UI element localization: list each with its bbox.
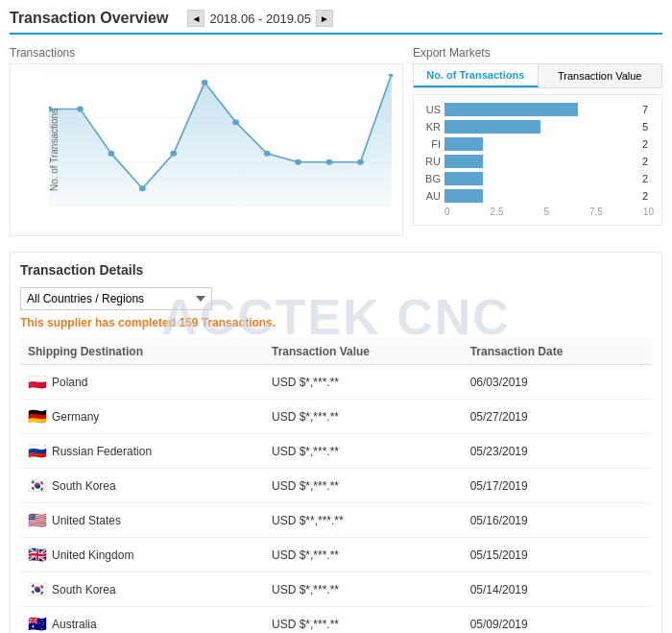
date-range: 2018.06 - 2019.05 (209, 12, 311, 26)
table-row: 🇰🇷 South Korea USD $*,***.** 05/17/2019 (20, 469, 652, 503)
country-filter-select[interactable]: All Countries / Regions (20, 287, 212, 310)
svg-point-14 (202, 80, 208, 85)
date-nav: ◄ 2018.06 - 2019.05 ► (187, 10, 333, 27)
x-tick-10: 10 (643, 207, 654, 217)
bar-chart-container: US 7 KR 5 FI (413, 94, 662, 226)
page-wrapper: Transaction Overview ◄ 2018.06 - 2019.05… (0, 0, 672, 633)
tab-no-transactions[interactable]: No. of Transactions (414, 64, 539, 87)
bar-fill-fi (444, 137, 483, 151)
cell-value-0: USD $*,***.** (264, 365, 463, 400)
table-row: 🇷🇺 Russian Federation USD $*,***.** 05/2… (20, 434, 652, 469)
bar-value-bg: 2 (642, 173, 654, 184)
svg-point-20 (389, 74, 393, 77)
bar-row-bg: BG 2 (421, 172, 654, 185)
cell-value-5: USD $*,***.** (264, 538, 463, 572)
bar-value-kr: 5 (642, 121, 654, 133)
flag-icon-5: 🇬🇧 (28, 546, 47, 564)
filter-row: All Countries / Regions (20, 287, 652, 310)
svg-point-11 (108, 151, 115, 157)
details-section: Transaction Details All Countries / Regi… (10, 252, 662, 633)
table-header-row: Shipping Destination Transaction Value T… (20, 339, 652, 365)
bar-fill-bg (444, 172, 483, 185)
prev-date-button[interactable]: ◄ (187, 10, 204, 27)
bar-track-fi (444, 137, 636, 151)
bar-track-bg (444, 172, 636, 185)
col-destination: Shipping Destination (20, 339, 264, 365)
bar-track-ru (444, 155, 636, 168)
next-date-button[interactable]: ► (316, 10, 333, 27)
bar-value-us: 7 (642, 104, 654, 115)
cell-date-2: 05/23/2019 (463, 434, 652, 469)
svg-point-10 (77, 107, 84, 112)
cell-country-4: 🇺🇸 United States (20, 503, 264, 538)
bar-row-us: US 7 (421, 103, 654, 116)
table-row: 🇵🇱 Poland USD $*,***.** 06/03/2019 (20, 365, 652, 400)
svg-point-15 (232, 119, 239, 125)
svg-point-18 (326, 159, 333, 165)
charts-row: Transactions No. of Transactions 7.5 5 2… (10, 46, 662, 236)
bar-row-au: AU 2 (421, 189, 654, 203)
svg-point-12 (139, 185, 146, 191)
table-header: Shipping Destination Transaction Value T… (20, 339, 652, 365)
country-name-0: Poland (52, 376, 87, 389)
bar-label-kr: KR (421, 121, 441, 133)
bar-row-fi: FI 2 (421, 137, 654, 151)
cell-date-1: 05/27/2019 (463, 400, 652, 434)
cell-value-7: USD $*,***.** (264, 607, 463, 634)
cell-country-1: 🇩🇪 Germany (20, 400, 264, 434)
cell-country-6: 🇰🇷 South Korea (20, 572, 264, 607)
tab-transaction-value[interactable]: Transaction Value (539, 64, 662, 87)
export-label: Export Markets (413, 46, 662, 60)
bar-value-fi: 2 (642, 138, 654, 150)
bar-track-au (444, 189, 636, 203)
svg-marker-8 (49, 74, 392, 207)
line-chart-label: Transactions (10, 46, 403, 60)
bar-row-ru: RU 2 (421, 155, 654, 168)
cell-value-3: USD $*,***.** (264, 469, 463, 503)
country-name-1: Germany (52, 410, 99, 424)
bar-label-bg: BG (421, 173, 441, 184)
bar-fill-kr (444, 120, 540, 134)
bar-fill-au (444, 189, 483, 203)
bar-value-ru: 2 (642, 156, 654, 167)
cell-country-0: 🇵🇱 Poland (20, 365, 264, 400)
flag-icon-2: 🇷🇺 (28, 442, 47, 460)
bar-fill-ru (444, 155, 483, 168)
country-name-3: South Korea (52, 479, 116, 493)
cell-value-2: USD $*,***.** (264, 434, 463, 469)
cell-date-7: 05/09/2019 (463, 607, 652, 634)
x-tick-0: 0 (444, 207, 450, 217)
bar-label-us: US (421, 104, 441, 115)
details-title: Transaction Details (20, 262, 652, 278)
country-name-2: Russian Federation (52, 445, 152, 458)
table-row: 🇰🇷 South Korea USD $*,***.** 05/14/2019 (20, 572, 652, 607)
y-axis-label: No. of Transactions (49, 109, 60, 191)
bar-label-ru: RU (421, 156, 441, 167)
transaction-count: This supplier has completed 159 Transact… (20, 316, 652, 329)
country-name-4: United States (52, 514, 121, 527)
count-text-suffix: Transactions. (202, 316, 276, 329)
table-row: 🇺🇸 United States USD $**,***.** 05/16/20… (20, 503, 652, 538)
bar-label-au: AU (421, 190, 441, 202)
col-date: Transaction Date (463, 339, 652, 365)
table-row: 🇩🇪 Germany USD $*,***.** 05/27/2019 (20, 400, 652, 434)
bar-x-axis: 0 2.5 5 7.5 10 (421, 207, 654, 217)
line-chart-container: No. of Transactions 7.5 5 2.5 0 (10, 63, 403, 236)
table-row: 🇦🇺 Australia USD $*,***.** 05/09/2019 (20, 607, 652, 634)
table-body: 🇵🇱 Poland USD $*,***.** 06/03/2019 🇩🇪 Ge… (20, 365, 652, 634)
svg-point-16 (264, 151, 271, 157)
cell-date-4: 05/16/2019 (463, 503, 652, 538)
flag-icon-4: 🇺🇸 (28, 511, 47, 529)
bar-track-us (444, 103, 636, 116)
bar-fill-us (444, 103, 578, 116)
cell-country-5: 🇬🇧 United Kingdom (20, 538, 264, 572)
svg-point-17 (295, 159, 301, 165)
bar-label-fi: FI (421, 138, 441, 150)
cell-date-3: 05/17/2019 (463, 469, 652, 503)
x-tick-5: 5 (543, 207, 549, 217)
bar-track-kr (444, 120, 636, 134)
country-name-6: South Korea (52, 583, 116, 596)
flag-icon-7: 🇦🇺 (28, 615, 47, 633)
flag-icon-1: 🇩🇪 (28, 407, 47, 426)
count-value: 159 (179, 316, 198, 329)
